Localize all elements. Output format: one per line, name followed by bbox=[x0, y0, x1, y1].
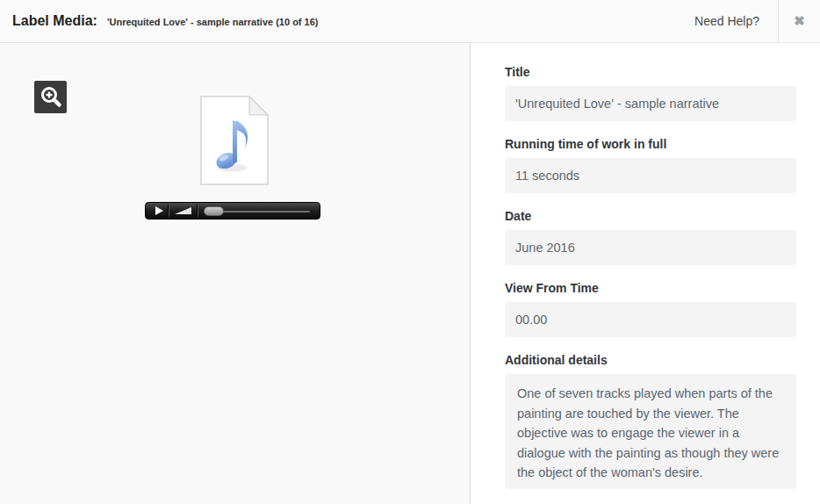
view-from-time-label: View From Time bbox=[505, 281, 796, 295]
play-button[interactable] bbox=[150, 203, 169, 219]
seek-bar[interactable] bbox=[198, 203, 315, 219]
modal-title: Label Media: bbox=[12, 13, 97, 29]
additional-details-textarea[interactable]: One of seven tracks played when parts of… bbox=[505, 374, 796, 489]
field-additional-details: Additional details One of seven tracks p… bbox=[505, 353, 796, 493]
media-name-and-progress: 'Unrequited Love' - sample narrative (10… bbox=[107, 17, 319, 27]
field-running-time: Running time of work in full bbox=[505, 137, 796, 193]
title-input[interactable] bbox=[505, 86, 796, 121]
media-preview-pane bbox=[0, 43, 471, 504]
title-label: Title bbox=[505, 65, 796, 79]
date-input[interactable] bbox=[505, 230, 796, 265]
audio-player-bar bbox=[145, 202, 320, 220]
view-from-time-input[interactable] bbox=[505, 302, 796, 337]
seek-handle[interactable] bbox=[204, 206, 224, 216]
volume-icon bbox=[175, 206, 192, 215]
close-button[interactable]: ✖ bbox=[778, 0, 820, 42]
date-label: Date bbox=[505, 209, 796, 223]
field-date: Date bbox=[505, 209, 796, 265]
label-media-modal: Label Media: 'Unrequited Love' - sample … bbox=[0, 0, 820, 504]
running-time-input[interactable] bbox=[505, 158, 796, 193]
play-icon bbox=[155, 206, 163, 215]
running-time-label: Running time of work in full bbox=[505, 137, 796, 151]
modal-header: Label Media: 'Unrequited Love' - sample … bbox=[0, 0, 820, 43]
audio-file-icon bbox=[200, 96, 269, 185]
metadata-form: Title Running time of work in full Date … bbox=[471, 43, 820, 504]
modal-body: Title Running time of work in full Date … bbox=[0, 43, 820, 504]
field-title: Title bbox=[505, 65, 796, 121]
volume-button[interactable] bbox=[169, 203, 198, 219]
field-view-from-time: View From Time bbox=[505, 281, 796, 337]
close-icon: ✖ bbox=[794, 13, 805, 29]
zoom-in-icon bbox=[38, 84, 64, 111]
zoom-in-button[interactable] bbox=[34, 81, 67, 113]
need-help-link[interactable]: Need Help? bbox=[694, 14, 759, 28]
additional-details-label: Additional details bbox=[505, 353, 796, 367]
